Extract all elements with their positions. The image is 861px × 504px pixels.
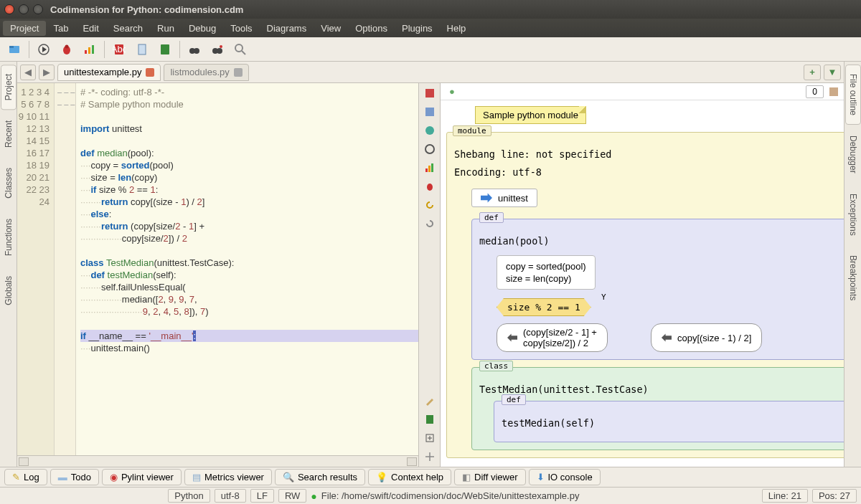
dictionary-icon[interactable]: Abc xyxy=(109,39,129,60)
tool-chart-icon[interactable] xyxy=(424,162,436,173)
menu-edit[interactable]: Edit xyxy=(75,21,105,36)
file-tab-inactive[interactable]: listmodules.py xyxy=(164,64,248,81)
tool-refresh-icon[interactable] xyxy=(424,143,436,155)
menu-view[interactable]: View xyxy=(314,21,348,36)
file-tab-label: listmodules.py xyxy=(170,67,229,77)
code-content[interactable]: # -*- coding: utf-8 -*- # Sample python … xyxy=(76,83,418,455)
menu-options[interactable]: Options xyxy=(348,21,395,36)
book-icon[interactable] xyxy=(155,39,175,60)
bottom-tab-metrics[interactable]: ▤Metrics viewer xyxy=(184,469,272,485)
status-mode[interactable]: RW xyxy=(278,489,306,503)
decision-box: size % 2 == 1 xyxy=(497,298,591,316)
svg-point-23 xyxy=(425,145,434,153)
fold-column[interactable]: – – – – – – xyxy=(55,83,76,455)
def-box: def median(pool) copy = sorted(pool) siz… xyxy=(471,219,844,360)
tool-icon[interactable] xyxy=(424,87,436,99)
code-line: copy = sorted(pool) xyxy=(506,260,586,272)
bottom-tab-pylint[interactable]: ◉Pylint viewer xyxy=(102,469,182,485)
tool-move-icon[interactable] xyxy=(424,451,436,462)
svg-rect-1 xyxy=(9,46,14,48)
code-editor[interactable]: 1 2 3 4 5 6 7 8 9 10 11 12 13 14 15 16 1… xyxy=(17,83,418,455)
debug-icon[interactable] xyxy=(57,39,77,60)
status-language[interactable]: Python xyxy=(168,489,210,503)
close-tab-icon[interactable] xyxy=(146,68,154,77)
diagram-canvas[interactable]: Sample python module module Shebang line… xyxy=(441,100,844,467)
status-encoding[interactable]: utf-8 xyxy=(215,489,246,503)
menu-help[interactable]: Help xyxy=(440,21,474,36)
page-icon[interactable] xyxy=(132,39,152,60)
settings-icon[interactable] xyxy=(828,86,839,98)
close-tab-icon[interactable] xyxy=(234,68,243,77)
sidebar-tab-file-outline[interactable]: File outline xyxy=(845,65,861,125)
menu-project[interactable]: Project xyxy=(3,21,46,36)
tool-redo-icon[interactable] xyxy=(424,218,436,229)
file-tab-active[interactable]: unittestexample.py xyxy=(57,64,161,81)
menu-debug[interactable]: Debug xyxy=(182,21,223,36)
tool-book-icon[interactable] xyxy=(424,414,436,425)
nav-back-icon[interactable]: ◀ xyxy=(20,65,36,80)
menu-run[interactable]: Run xyxy=(150,21,182,36)
menu-search[interactable]: Search xyxy=(106,21,150,36)
status-line[interactable]: Line: 21 xyxy=(762,489,808,503)
close-icon[interactable] xyxy=(4,4,14,14)
menu-diagrams[interactable]: Diagrams xyxy=(260,21,314,36)
center-column: ◀ ▶ unittestexample.py listmodules.py + … xyxy=(17,62,844,467)
tool-undo-icon[interactable] xyxy=(424,199,436,211)
menu-tab[interactable]: Tab xyxy=(46,21,75,36)
tab-dropdown-icon[interactable]: ▼ xyxy=(824,65,841,80)
bottom-tab-log[interactable]: ✎Log xyxy=(4,469,47,485)
zoom-level[interactable]: 0 xyxy=(806,85,824,98)
tool-pencil-icon[interactable] xyxy=(424,395,436,406)
nav-forward-icon[interactable]: ▶ xyxy=(39,65,55,80)
bottom-tab-diff[interactable]: ◧Diff viewer xyxy=(454,469,525,485)
import-box: unittest xyxy=(471,189,537,207)
sidebar-tab-globals[interactable]: Globals xyxy=(1,267,17,315)
btab-label: IO console xyxy=(548,472,593,482)
sidebar-tab-breakpoints[interactable]: Breakpoints xyxy=(845,246,861,310)
tool-icon[interactable] xyxy=(424,106,436,118)
search-icon[interactable] xyxy=(230,39,250,60)
horizontal-scrollbar[interactable] xyxy=(17,455,418,467)
scroll-left-icon[interactable] xyxy=(19,457,29,466)
status-pos[interactable]: Pos: 27 xyxy=(812,489,857,503)
sidebar-tab-recent[interactable]: Recent xyxy=(1,111,17,157)
code-block: copy = sorted(pool) size = len(copy) xyxy=(497,255,596,290)
binoculars-icon[interactable] xyxy=(184,39,204,60)
sidebar-tab-exceptions[interactable]: Exceptions xyxy=(845,184,861,245)
import-arrow-icon xyxy=(481,192,492,204)
bottom-tab-context[interactable]: 💡Context help xyxy=(368,469,451,485)
bottom-tab-search[interactable]: 🔍Search results xyxy=(275,469,365,485)
tool-bug-icon[interactable] xyxy=(424,181,436,192)
statusbar: Python utf-8 LF RW ● File: /home/swift/c… xyxy=(0,487,861,504)
bottom-tab-todo[interactable]: ▬Todo xyxy=(50,469,99,485)
status-eol[interactable]: LF xyxy=(250,489,274,503)
sidebar-tab-functions[interactable]: Functions xyxy=(1,209,17,265)
bottom-tab-io[interactable]: ⬇IO console xyxy=(529,469,601,485)
project-icon[interactable] xyxy=(4,39,24,60)
status-dot-icon: ● xyxy=(449,86,455,97)
find-bug-icon[interactable] xyxy=(207,39,227,60)
minimize-icon[interactable] xyxy=(19,4,29,14)
encoding-text: Encoding: utf-8 xyxy=(454,166,844,179)
menu-plugins[interactable]: Plugins xyxy=(395,21,440,36)
tool-globe-icon[interactable] xyxy=(424,125,436,136)
tool-export-icon[interactable] xyxy=(424,432,436,444)
svg-rect-30 xyxy=(829,87,838,96)
diagram-toolbar xyxy=(419,83,441,467)
svg-rect-24 xyxy=(425,168,428,172)
btab-label: Pylint viewer xyxy=(121,472,174,482)
svg-rect-12 xyxy=(161,44,169,54)
maximize-icon[interactable] xyxy=(33,4,43,14)
toolbar: Abc xyxy=(0,37,861,62)
class-label: class xyxy=(479,361,513,371)
sidebar-tab-debugger[interactable]: Debugger xyxy=(845,126,861,183)
editor-split: 1 2 3 4 5 6 7 8 9 10 11 12 13 14 15 16 1… xyxy=(17,83,844,467)
menu-tools[interactable]: Tools xyxy=(223,21,259,36)
chart-icon[interactable] xyxy=(80,39,100,60)
diagram-header: ● 0 xyxy=(441,83,844,100)
run-icon[interactable] xyxy=(34,39,54,60)
sidebar-tab-classes[interactable]: Classes xyxy=(1,158,17,208)
scroll-right-icon[interactable] xyxy=(407,457,417,466)
sidebar-tab-project[interactable]: Project xyxy=(1,65,17,110)
add-tab-icon[interactable]: + xyxy=(804,65,821,80)
